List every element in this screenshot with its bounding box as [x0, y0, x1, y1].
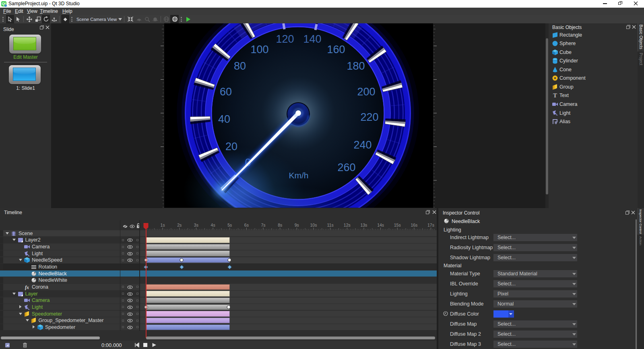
svg-text:100: 100: [250, 43, 268, 56]
svg-text:8s: 8s: [278, 223, 282, 227]
svg-text:220: 220: [360, 111, 378, 123]
svg-text:15s: 15s: [394, 223, 401, 227]
svg-text:Km/h: Km/h: [289, 171, 308, 180]
svg-text:7s: 7s: [261, 223, 265, 227]
svg-text:1s: 1s: [161, 223, 165, 227]
svg-text:14s: 14s: [377, 223, 384, 227]
svg-text:2s: 2s: [177, 223, 182, 227]
svg-text:10s: 10s: [310, 223, 317, 227]
svg-text:140: 140: [303, 33, 321, 45]
svg-text:80: 80: [234, 60, 246, 72]
svg-text:fx: fx: [25, 284, 29, 290]
svg-text:16s: 16s: [411, 223, 417, 227]
svg-text:11s: 11s: [327, 223, 334, 227]
svg-text:160: 160: [327, 43, 345, 56]
svg-text:20: 20: [225, 140, 237, 153]
svg-text:120: 120: [276, 33, 294, 45]
svg-text:200: 200: [357, 86, 375, 98]
svg-text:40: 40: [218, 113, 230, 125]
svg-text:180: 180: [347, 60, 365, 72]
svg-text:5s: 5s: [227, 223, 232, 227]
svg-text:60: 60: [220, 86, 232, 98]
svg-text:13s: 13s: [360, 223, 367, 227]
svg-text:3s: 3s: [194, 223, 198, 227]
svg-text:6s: 6s: [244, 223, 249, 227]
svg-text:4s: 4s: [211, 223, 215, 227]
svg-text:260: 260: [337, 161, 355, 173]
svg-text:17s: 17s: [427, 223, 434, 227]
svg-text:12s: 12s: [344, 223, 351, 227]
svg-text:T: T: [553, 92, 557, 99]
svg-text:240: 240: [353, 139, 372, 151]
svg-text:9s: 9s: [295, 223, 299, 227]
